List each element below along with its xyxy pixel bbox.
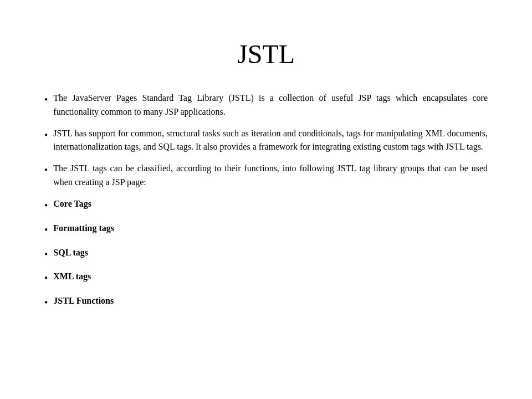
list-item-text: The JSTL tags can be classified, accordi…: [53, 162, 488, 190]
bullet-symbol: •: [44, 128, 48, 144]
bullet-symbol: •: [44, 198, 48, 214]
list-item: •XML tags: [44, 270, 488, 287]
bullet-symbol: •: [44, 223, 48, 238]
bullet-list: •The JavaServer Pages Standard Tag Libra…: [44, 91, 488, 311]
list-item: •JSTL Functions: [44, 294, 488, 311]
list-item-text: SQL tags: [53, 246, 488, 260]
list-item: •The JavaServer Pages Standard Tag Libra…: [44, 91, 488, 119]
list-item: •Formatting tags: [44, 222, 488, 238]
content-area: •The JavaServer Pages Standard Tag Libra…: [44, 91, 488, 366]
list-item: •Core Tags: [44, 197, 488, 214]
bullet-symbol: •: [44, 163, 48, 178]
list-item: •The JSTL tags can be classified, accord…: [44, 162, 488, 190]
list-item: •SQL tags: [44, 246, 488, 263]
list-item-text: XML tags: [53, 270, 488, 284]
list-item-text: JSTL Functions: [53, 294, 488, 308]
list-item-text: JSTL has support for common, structural …: [53, 127, 488, 155]
page-title: JSTL: [44, 39, 488, 69]
list-item-text: The JavaServer Pages Standard Tag Librar…: [53, 91, 488, 119]
slide-container: JSTL •The JavaServer Pages Standard Tag …: [0, 0, 532, 399]
bullet-symbol: •: [44, 247, 48, 263]
bullet-symbol: •: [44, 93, 48, 108]
list-item-text: Formatting tags: [53, 222, 488, 236]
bullet-symbol: •: [44, 271, 48, 287]
list-item-text: Core Tags: [53, 197, 488, 211]
list-item: •JSTL has support for common, structural…: [44, 127, 488, 155]
bullet-symbol: •: [44, 295, 48, 311]
